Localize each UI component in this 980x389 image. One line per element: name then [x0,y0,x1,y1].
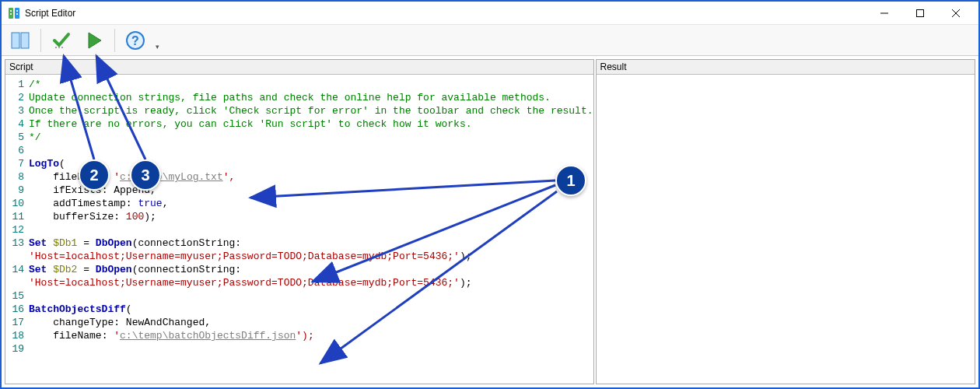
result-panel: Result [596,59,975,384]
script-editor[interactable]: 1/*2Update connection strings, file path… [5,75,593,384]
line-number: 19 [9,342,29,356]
split-panel-icon [10,30,30,51]
line-number: 2 [9,91,29,104]
code-line[interactable]: 1/* [5,78,593,91]
svg-rect-10 [12,33,19,48]
help-icon: ? [125,30,145,51]
code-line[interactable]: 6 [5,144,593,157]
line-number: 5 [9,131,29,144]
toolbar-separator [114,29,115,52]
svg-rect-5 [16,13,18,15]
titlebar[interactable]: Script Editor [2,2,978,25]
code-line[interactable]: 8 fileName: 'c:\temp\myLog.txt', [5,170,593,184]
result-panel-title: Result [597,60,975,75]
svg-rect-7 [917,9,924,16]
code-line[interactable]: 10 addTimestamp: true, [5,197,593,210]
svg-point-12 [55,47,57,48]
play-icon [84,30,104,51]
check-script-button[interactable] [47,27,75,54]
code-line[interactable]: 13Set $Db1 = DbOpen(connectionString: [5,237,593,250]
code-line[interactable]: 5*/ [5,131,593,144]
svg-point-14 [61,47,63,48]
svg-point-13 [58,47,60,48]
window-controls [866,2,974,24]
toolbar-overflow-icon[interactable]: ▾ [156,43,159,55]
code-line[interactable]: 12 [5,223,593,237]
line-number: 12 [9,223,29,237]
line-number: 3 [9,104,29,117]
line-number: 8 [9,170,29,184]
code-line[interactable]: 2Update connection strings, file paths a… [5,91,593,104]
line-number: 18 [9,329,29,342]
line-number: 1 [9,78,29,91]
check-icon [51,30,72,51]
content-area: Script 1/*2Update connection strings, fi… [2,56,978,387]
svg-text:?: ? [131,34,139,47]
close-button[interactable] [938,2,974,24]
line-number: 15 [9,289,29,303]
code-line[interactable]: 'Host=localhost;Username=myuser;Password… [5,250,593,263]
svg-rect-2 [10,10,12,12]
code-line[interactable]: 17 changeType: NewAndChanged, [5,316,593,329]
code-line[interactable]: 16BatchObjectsDiff( [5,303,593,316]
code-line[interactable]: 19 [5,342,593,356]
line-number: 6 [9,144,29,157]
app-icon [8,7,20,19]
split-panel-button[interactable] [6,27,34,54]
line-number: 7 [9,157,29,170]
line-number: 16 [9,303,29,316]
line-number: 4 [9,117,29,131]
line-number: 13 [9,237,29,250]
code-line[interactable]: 3Once the script is ready, click 'Check … [5,104,593,117]
svg-rect-11 [21,33,29,48]
minimize-button[interactable] [866,2,902,24]
code-line[interactable]: 18 fileName: 'c:\temp\batchObjectsDiff.j… [5,329,593,342]
help-button[interactable]: ? [121,27,149,54]
toolbar-separator [40,29,41,52]
result-output [597,75,975,384]
code-line[interactable]: 'Host=localhost;Username=myuser;Password… [5,276,593,289]
code-line[interactable]: 4If there are no errors, you can click '… [5,117,593,131]
window-title: Script Editor [25,8,75,19]
script-panel-title: Script [5,60,593,75]
code-line[interactable]: 15 [5,289,593,303]
code-line[interactable]: 9 ifExists: Append, [5,184,593,197]
run-script-button[interactable] [80,27,108,54]
line-number: 14 [9,263,29,276]
line-number: 9 [9,184,29,197]
line-number: 17 [9,316,29,329]
script-panel: Script 1/*2Update connection strings, fi… [5,59,594,384]
code-line[interactable]: 7LogTo( [5,157,593,170]
toolbar: ? ▾ [2,25,978,56]
code-line[interactable]: 14Set $Db2 = DbOpen(connectionString: [5,263,593,276]
svg-rect-3 [10,13,12,15]
code-line[interactable]: 11 bufferSize: 100); [5,210,593,223]
line-number: 11 [9,210,29,223]
maximize-button[interactable] [902,2,938,24]
svg-rect-4 [16,10,18,12]
line-number: 10 [9,197,29,210]
